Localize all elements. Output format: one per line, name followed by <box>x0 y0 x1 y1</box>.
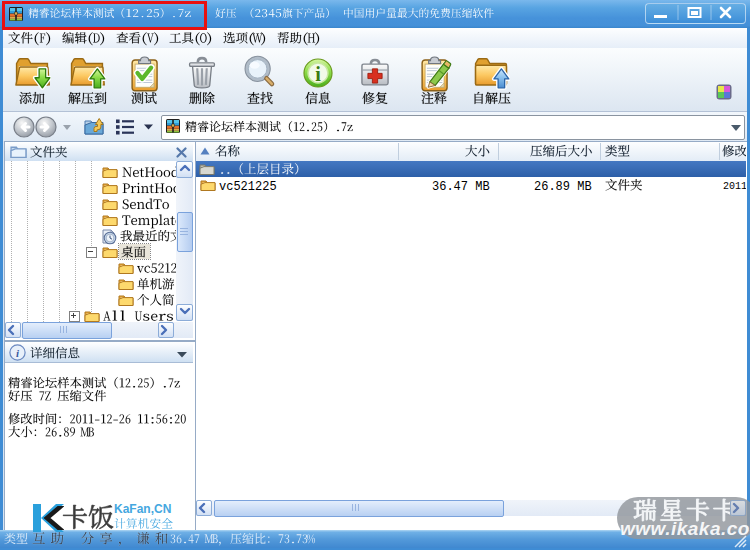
svg-text:i: i <box>315 63 321 85</box>
